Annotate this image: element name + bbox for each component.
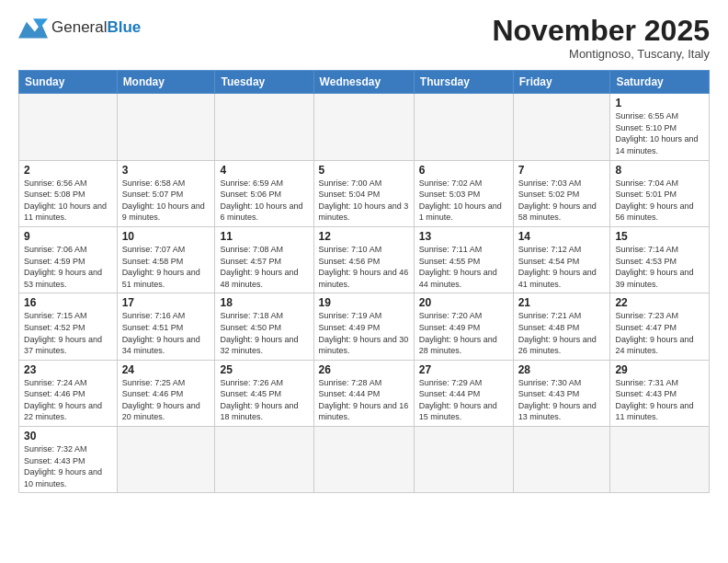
day-header-sunday: Sunday <box>19 71 118 94</box>
day-info: Sunrise: 7:02 AM Sunset: 5:03 PM Dayligh… <box>419 178 508 224</box>
day-number: 6 <box>419 164 508 177</box>
day-header-row: SundayMondayTuesdayWednesdayThursdayFrid… <box>19 71 710 94</box>
day-info: Sunrise: 7:29 AM Sunset: 4:44 PM Dayligh… <box>419 377 508 423</box>
day-number: 18 <box>220 296 308 309</box>
day-header-tuesday: Tuesday <box>215 71 313 94</box>
day-cell: 14Sunrise: 7:12 AM Sunset: 4:54 PM Dayli… <box>513 226 610 293</box>
day-cell: 27Sunrise: 7:29 AM Sunset: 4:44 PM Dayli… <box>414 360 513 426</box>
day-cell: 11Sunrise: 7:08 AM Sunset: 4:57 PM Dayli… <box>215 226 313 293</box>
day-cell: 29Sunrise: 7:31 AM Sunset: 4:43 PM Dayli… <box>610 360 710 426</box>
day-number: 17 <box>122 296 210 309</box>
week-row-2: 2Sunrise: 6:56 AM Sunset: 5:08 PM Daylig… <box>19 160 710 226</box>
day-info: Sunrise: 7:30 AM Sunset: 4:43 PM Dayligh… <box>518 377 606 423</box>
generalblue-logo-icon <box>18 15 48 40</box>
day-info: Sunrise: 7:26 AM Sunset: 4:45 PM Dayligh… <box>220 377 308 423</box>
day-cell: 17Sunrise: 7:16 AM Sunset: 4:51 PM Dayli… <box>117 293 215 360</box>
day-cell: 26Sunrise: 7:28 AM Sunset: 4:44 PM Dayli… <box>313 360 414 426</box>
day-number: 11 <box>220 230 308 243</box>
page: GeneralBlue November 2025 Montignoso, Tu… <box>0 0 728 563</box>
day-cell <box>117 94 215 160</box>
day-cell: 10Sunrise: 7:07 AM Sunset: 4:58 PM Dayli… <box>117 226 215 293</box>
day-number: 27 <box>419 363 508 376</box>
day-cell <box>414 427 513 493</box>
day-info: Sunrise: 7:03 AM Sunset: 5:02 PM Dayligh… <box>518 178 606 224</box>
day-number: 8 <box>615 164 704 177</box>
day-cell: 16Sunrise: 7:15 AM Sunset: 4:52 PM Dayli… <box>19 293 118 360</box>
day-number: 3 <box>122 164 210 177</box>
day-cell <box>414 94 513 160</box>
day-info: Sunrise: 7:00 AM Sunset: 5:04 PM Dayligh… <box>319 178 409 224</box>
day-number: 1 <box>615 97 704 109</box>
day-info: Sunrise: 7:19 AM Sunset: 4:49 PM Dayligh… <box>319 310 409 356</box>
day-cell: 21Sunrise: 7:21 AM Sunset: 4:48 PM Dayli… <box>513 293 610 360</box>
day-number: 12 <box>319 230 409 243</box>
day-cell <box>513 427 610 493</box>
day-cell: 18Sunrise: 7:18 AM Sunset: 4:50 PM Dayli… <box>215 293 313 360</box>
day-number: 15 <box>615 230 704 243</box>
day-cell <box>215 427 313 493</box>
day-cell <box>313 427 414 493</box>
svg-marker-0 <box>18 22 48 39</box>
week-row-3: 9Sunrise: 7:06 AM Sunset: 4:59 PM Daylig… <box>19 226 710 293</box>
week-row-4: 16Sunrise: 7:15 AM Sunset: 4:52 PM Dayli… <box>19 293 710 360</box>
day-info: Sunrise: 7:20 AM Sunset: 4:49 PM Dayligh… <box>419 310 508 356</box>
day-info: Sunrise: 7:08 AM Sunset: 4:57 PM Dayligh… <box>220 244 308 290</box>
day-cell: 9Sunrise: 7:06 AM Sunset: 4:59 PM Daylig… <box>19 226 118 293</box>
day-info: Sunrise: 7:14 AM Sunset: 4:53 PM Dayligh… <box>615 244 704 290</box>
day-cell <box>215 94 313 160</box>
day-number: 13 <box>419 230 508 243</box>
day-info: Sunrise: 7:21 AM Sunset: 4:48 PM Dayligh… <box>518 310 606 356</box>
day-number: 26 <box>319 363 409 376</box>
title-block: November 2025 Montignoso, Tuscany, Italy <box>492 15 710 61</box>
location: Montignoso, Tuscany, Italy <box>492 47 710 61</box>
header: GeneralBlue November 2025 Montignoso, Tu… <box>18 15 710 61</box>
day-header-monday: Monday <box>117 71 215 94</box>
day-number: 23 <box>24 363 112 376</box>
day-cell: 15Sunrise: 7:14 AM Sunset: 4:53 PM Dayli… <box>610 226 710 293</box>
day-cell: 3Sunrise: 6:58 AM Sunset: 5:07 PM Daylig… <box>117 160 215 226</box>
day-number: 22 <box>615 296 704 309</box>
day-info: Sunrise: 7:18 AM Sunset: 4:50 PM Dayligh… <box>220 310 308 356</box>
day-cell: 8Sunrise: 7:04 AM Sunset: 5:01 PM Daylig… <box>610 160 710 226</box>
calendar: SundayMondayTuesdayWednesdayThursdayFrid… <box>18 70 710 493</box>
day-cell: 12Sunrise: 7:10 AM Sunset: 4:56 PM Dayli… <box>313 226 414 293</box>
day-cell: 4Sunrise: 6:59 AM Sunset: 5:06 PM Daylig… <box>215 160 313 226</box>
day-cell <box>117 427 215 493</box>
day-info: Sunrise: 7:16 AM Sunset: 4:51 PM Dayligh… <box>122 310 210 356</box>
day-number: 5 <box>319 164 409 177</box>
day-info: Sunrise: 7:12 AM Sunset: 4:54 PM Dayligh… <box>518 244 606 290</box>
day-cell: 22Sunrise: 7:23 AM Sunset: 4:47 PM Dayli… <box>610 293 710 360</box>
day-cell <box>19 94 118 160</box>
day-info: Sunrise: 7:28 AM Sunset: 4:44 PM Dayligh… <box>319 377 409 423</box>
day-info: Sunrise: 6:58 AM Sunset: 5:07 PM Dayligh… <box>122 178 210 224</box>
day-number: 21 <box>518 296 606 309</box>
day-number: 25 <box>220 363 308 376</box>
day-number: 4 <box>220 164 308 177</box>
day-number: 30 <box>24 430 112 442</box>
logo-blue: Blue <box>107 18 141 36</box>
day-info: Sunrise: 7:11 AM Sunset: 4:55 PM Dayligh… <box>419 244 508 290</box>
day-number: 20 <box>419 296 508 309</box>
day-info: Sunrise: 6:56 AM Sunset: 5:08 PM Dayligh… <box>24 178 112 224</box>
day-number: 24 <box>122 363 210 376</box>
day-number: 2 <box>24 164 112 177</box>
day-info: Sunrise: 7:15 AM Sunset: 4:52 PM Dayligh… <box>24 310 112 356</box>
day-info: Sunrise: 7:32 AM Sunset: 4:43 PM Dayligh… <box>24 443 112 489</box>
day-cell: 23Sunrise: 7:24 AM Sunset: 4:46 PM Dayli… <box>19 360 118 426</box>
month-title: November 2025 <box>492 15 710 47</box>
day-number: 29 <box>615 363 704 376</box>
day-cell <box>313 94 414 160</box>
day-info: Sunrise: 7:06 AM Sunset: 4:59 PM Dayligh… <box>24 244 112 290</box>
svg-marker-1 <box>33 18 48 29</box>
day-cell: 19Sunrise: 7:19 AM Sunset: 4:49 PM Dayli… <box>313 293 414 360</box>
day-cell: 2Sunrise: 6:56 AM Sunset: 5:08 PM Daylig… <box>19 160 118 226</box>
day-number: 28 <box>518 363 606 376</box>
week-row-6: 30Sunrise: 7:32 AM Sunset: 4:43 PM Dayli… <box>19 427 710 493</box>
day-info: Sunrise: 7:25 AM Sunset: 4:46 PM Dayligh… <box>122 377 210 423</box>
day-info: Sunrise: 7:10 AM Sunset: 4:56 PM Dayligh… <box>319 244 409 290</box>
day-info: Sunrise: 7:31 AM Sunset: 4:43 PM Dayligh… <box>615 377 704 423</box>
day-info: Sunrise: 6:59 AM Sunset: 5:06 PM Dayligh… <box>220 178 308 224</box>
day-cell: 28Sunrise: 7:30 AM Sunset: 4:43 PM Dayli… <box>513 360 610 426</box>
day-info: Sunrise: 7:04 AM Sunset: 5:01 PM Dayligh… <box>615 178 704 224</box>
day-cell <box>513 94 610 160</box>
